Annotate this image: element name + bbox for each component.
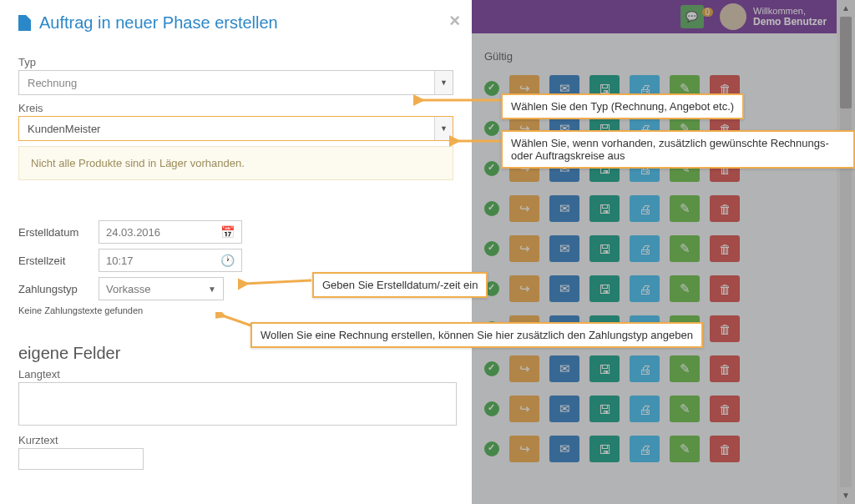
- kreis-select[interactable]: KundenMeister ▼: [18, 116, 453, 141]
- erstellzeit-label: Erstellzeit: [18, 255, 94, 267]
- kurztext-label: Kurztext: [18, 434, 453, 446]
- chevron-down-icon: ▼: [434, 71, 453, 94]
- kreis-value: KundenMeister: [28, 123, 100, 135]
- langtext-textarea[interactable]: [18, 382, 457, 426]
- typ-label: Typ: [18, 56, 453, 68]
- erstelldatum-input[interactable]: 24.03.2016 📅: [99, 220, 242, 244]
- callout-typ: Wählen Sie den Typ (Rechnung, Angebot et…: [501, 93, 744, 119]
- warning-box: Nicht alle Produkte sind in Läger vorhan…: [18, 146, 453, 180]
- modal-title: Auftrag in neuer Phase erstellen: [18, 13, 453, 33]
- clock-icon[interactable]: 🕐: [220, 254, 235, 267]
- chevron-down-icon: ▼: [208, 285, 216, 294]
- zahlungstyp-select[interactable]: Vorkasse ▼: [99, 277, 224, 300]
- kreis-label: Kreis: [18, 102, 453, 114]
- typ-select[interactable]: Rechnung ▼: [18, 70, 453, 95]
- zahlungstext-note: Keine Zahlungstexte gefunden: [18, 305, 453, 315]
- typ-value: Rechnung: [28, 77, 77, 89]
- kurztext-input[interactable]: [18, 448, 144, 470]
- callout-datum: Geben Sie Erstelldatum/-zeit ein: [312, 272, 488, 298]
- erstelldatum-label: Erstelldatum: [18, 226, 94, 239]
- callout-zahlungstyp: Wollen Sie eine Rechnung erstellen, könn…: [250, 322, 703, 348]
- langtext-label: Langtext: [18, 368, 453, 381]
- zahlungstyp-label: Zahlungstyp: [18, 283, 94, 295]
- chevron-down-icon: ▼: [434, 117, 453, 140]
- modal-dialog: × Auftrag in neuer Phase erstellen Typ R…: [0, 0, 472, 504]
- callout-kreis: Wählen Sie, wenn vorhanden, zusätzlich g…: [501, 130, 855, 169]
- close-icon[interactable]: ×: [449, 10, 460, 32]
- erstellzeit-input[interactable]: 10:17 🕐: [99, 249, 242, 272]
- calendar-icon[interactable]: 📅: [220, 225, 235, 239]
- document-icon: [18, 15, 31, 31]
